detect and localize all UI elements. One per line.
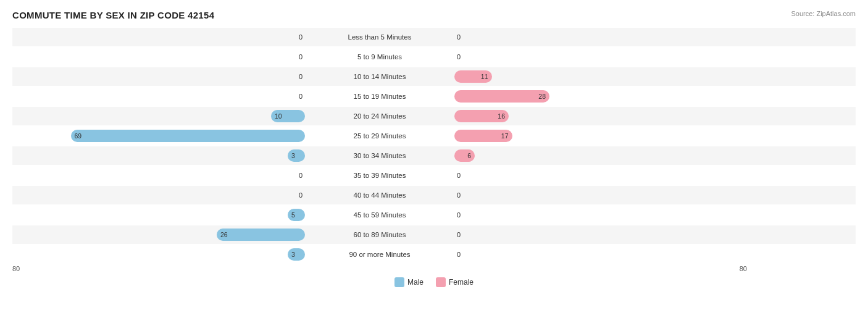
female-bar: 11 [454,70,492,83]
male-section: 5 [12,209,309,221]
row-label: 5 to 9 Minutes [309,53,451,61]
male-section: 0 [12,93,309,100]
male-section: 0 [12,53,309,61]
male-section: 3 [12,248,309,261]
female-section: 0 [451,211,747,219]
row-label: Less than 5 Minutes [309,33,451,41]
bar-row: 390 or more Minutes0 [12,245,856,264]
female-bar: 16 [454,110,509,122]
bar-row: 040 to 44 Minutes0 [12,186,856,204]
row-label: 10 to 14 Minutes [309,73,451,80]
male-section: 26 [12,229,309,241]
legend-male-label: Male [407,278,424,287]
female-bar: 6 [454,149,475,162]
female-section: 0 [451,53,747,61]
female-bar: 17 [454,130,512,142]
male-section: 3 [12,149,309,162]
chart-area: 0Less than 5 Minutes005 to 9 Minutes0010… [12,28,856,264]
male-bar-container: 69 [27,130,305,142]
legend-male: Male [394,277,424,287]
female-bar-container: 0 [454,211,732,219]
male-bar-container: 10 [27,110,305,122]
bar-row: 05 to 9 Minutes0 [12,48,856,66]
row-label: 15 to 19 Minutes [309,93,451,100]
male-section: 69 [12,130,309,142]
male-bar: 3 [288,248,305,261]
female-bar-container: 0 [454,231,732,238]
row-label: 30 to 34 Minutes [309,152,451,159]
bar-row: 2660 to 89 Minutes0 [12,225,856,244]
source-text: Source: ZipAtlas.com [791,10,856,17]
female-section: 0 [451,191,747,199]
male-bar-container: 3 [27,149,305,162]
legend-female: Female [436,277,474,287]
female-section: 16 [451,110,747,122]
female-zero-value: 0 [457,53,461,61]
chart-container: COMMUTE TIME BY SEX IN ZIP CODE 42154 So… [12,10,856,287]
male-bar-value: 3 [291,152,295,159]
female-section: 0 [451,231,747,238]
bar-row: 1020 to 24 Minutes16 [12,107,856,125]
female-section: 0 [451,33,747,41]
male-zero-value: 0 [299,73,303,80]
female-bar: 28 [454,90,549,103]
male-bar-value: 5 [291,211,295,219]
female-bar-container: 16 [454,110,732,122]
female-color-box [436,277,446,287]
female-section: 28 [451,90,747,103]
axis-right: 80 [451,265,747,272]
male-bar-container: 0 [27,73,305,80]
bar-row: 0Less than 5 Minutes0 [12,28,856,46]
female-section: 11 [451,70,747,83]
bar-row: 015 to 19 Minutes28 [12,87,856,106]
bar-row: 035 to 39 Minutes0 [12,166,856,185]
bar-row: 010 to 14 Minutes11 [12,67,856,86]
row-label: 35 to 39 Minutes [309,172,451,179]
chart-title: COMMUTE TIME BY SEX IN ZIP CODE 42154 [12,10,214,20]
female-bar-container: 6 [454,149,732,162]
male-bar-value: 10 [275,112,282,120]
male-color-box [394,277,404,287]
male-bar: 3 [288,149,305,162]
male-zero-value: 0 [299,93,303,100]
male-bar-value: 3 [291,251,295,258]
male-bar: 26 [217,229,305,241]
female-bar-container: 0 [454,191,732,199]
female-section: 0 [451,251,747,258]
row-label: 20 to 24 Minutes [309,112,451,120]
female-bar-container: 0 [454,33,732,41]
male-zero-value: 0 [299,33,303,41]
male-section: 0 [12,73,309,80]
female-bar-value: 17 [501,132,509,140]
legend-row: Male Female [12,277,856,287]
male-bar: 69 [71,130,306,142]
female-zero-value: 0 [457,231,461,238]
male-bar-container: 26 [27,229,305,241]
male-bar-container: 0 [27,191,305,199]
female-bar-value: 11 [481,73,488,80]
female-bar-container: 0 [454,251,732,258]
male-bar-container: 0 [27,33,305,41]
female-bar-container: 17 [454,130,732,142]
female-bar-container: 0 [454,53,732,61]
male-bar-container: 5 [27,209,305,221]
female-zero-value: 0 [457,211,461,219]
male-section: 0 [12,191,309,199]
bar-row: 545 to 59 Minutes0 [12,206,856,224]
male-bar: 10 [271,110,305,122]
row-label: 60 to 89 Minutes [309,231,451,238]
female-zero-value: 0 [457,172,461,179]
female-bar-container: 0 [454,172,732,179]
male-section: 10 [12,110,309,122]
female-section: 6 [451,149,747,162]
male-bar-value: 26 [220,231,228,238]
axis-left: 80 [12,265,309,272]
male-bar-container: 0 [27,53,305,61]
male-zero-value: 0 [299,53,303,61]
female-bar-value: 28 [538,93,546,100]
row-label: 90 or more Minutes [309,251,451,258]
row-label: 45 to 59 Minutes [309,211,451,219]
female-section: 17 [451,130,747,142]
male-zero-value: 0 [299,172,303,179]
male-bar-container: 3 [27,248,305,261]
